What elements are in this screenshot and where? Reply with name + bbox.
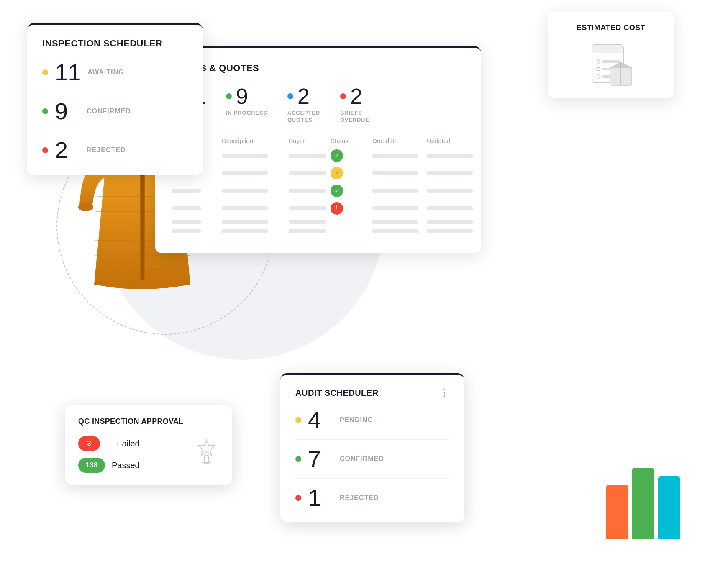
cell-bar <box>222 206 268 210</box>
cell-bar <box>289 171 326 175</box>
cell-bar <box>372 154 418 158</box>
accepted-quotes-dot <box>287 93 293 99</box>
cell-bar <box>289 189 326 193</box>
cell-bar <box>172 229 201 233</box>
svg-point-14 <box>78 203 93 211</box>
cell-bar <box>427 229 473 233</box>
confirmed-number: 9 <box>55 100 80 123</box>
svg-point-22 <box>597 75 600 78</box>
cell-bar <box>427 220 473 224</box>
table-header: Product Description Buyer Status Due dat… <box>172 137 464 144</box>
cell-bar <box>372 206 418 210</box>
audit-pending-label: PENDING <box>340 416 373 424</box>
rejected-label: REJECTED <box>87 146 126 154</box>
cell-bar <box>427 189 473 193</box>
cell-bar <box>222 229 268 233</box>
col-buyer: Buyer <box>289 137 331 144</box>
cell-bar <box>427 171 473 175</box>
accepted-quotes-stat: 2 ACCEPTEDQUOTES <box>287 85 320 124</box>
bar-orange <box>606 485 628 539</box>
status-green-icon: ✓ <box>331 149 343 162</box>
cell-bar <box>172 206 201 210</box>
inspection-scheduler-title: INSPECTION SCHEDULER <box>42 38 188 49</box>
svg-rect-29 <box>204 456 209 463</box>
col-description: Description <box>222 137 289 144</box>
col-status: Status <box>331 137 372 144</box>
bar-chart <box>606 468 680 539</box>
briefs-quotes-card: BRIEFS & QUOTES 11 ACTIVEBRIEFS 9 IN PRO… <box>155 46 481 253</box>
qc-inspection-card: QC INSPECTION APPROVAL 3 Failed 138 Pass… <box>65 405 232 485</box>
cell-bar <box>289 220 326 224</box>
audit-pending-row: 4 PENDING <box>295 408 449 440</box>
scene: INSPECTION SCHEDULER 11 AWAITING 9 CONFI… <box>0 0 728 564</box>
in-progress-stat: 9 IN PROGRESS <box>226 85 267 124</box>
cell-bar <box>289 229 326 233</box>
col-updated: Updated <box>427 137 473 144</box>
briefs-quotes-title: BRIEFS & QUOTES <box>172 63 464 74</box>
audit-pending-dot <box>295 417 301 423</box>
svg-marker-28 <box>198 440 215 456</box>
in-progress-dot <box>226 93 232 99</box>
qc-inspection-title: QC INSPECTION APPROVAL <box>78 417 219 426</box>
table-row: ✓ <box>172 185 464 197</box>
audit-rejected-dot <box>295 495 301 501</box>
table-row <box>172 220 464 224</box>
confirmed-label: CONFIRMED <box>87 108 131 115</box>
passed-label: Passed <box>112 461 140 470</box>
table-row: ! <box>172 202 464 215</box>
passed-badge: 138 <box>78 458 105 473</box>
svg-point-18 <box>597 60 600 63</box>
cell-bar <box>289 154 326 158</box>
awaiting-label: AWAITING <box>87 69 124 76</box>
cell-bar <box>222 220 268 224</box>
cell-bar <box>222 189 268 193</box>
table-row: ↑ <box>172 167 464 179</box>
failed-label: Failed <box>117 439 139 449</box>
inspection-scheduler-card: INSPECTION SCHEDULER 11 AWAITING 9 CONFI… <box>27 23 203 175</box>
cell-bar <box>172 220 201 224</box>
col-due-date: Due date <box>372 137 427 144</box>
passed-row: 138 Passed <box>78 458 140 473</box>
audit-confirmed-label: CONFIRMED <box>340 455 384 463</box>
bar-cyan <box>658 476 680 539</box>
failed-badge: 3 <box>78 436 100 451</box>
awaiting-row: 11 AWAITING <box>42 61 188 92</box>
audit-pending-number: 4 <box>308 408 333 432</box>
cell-bar <box>222 171 268 175</box>
cell-bar <box>172 189 201 193</box>
audit-confirmed-row: 7 CONFIRMED <box>295 447 449 479</box>
briefs-stats: 11 ACTIVEBRIEFS 9 IN PROGRESS 2 ACCEPTED… <box>172 85 464 124</box>
status-green-icon: ✓ <box>331 185 343 197</box>
awaiting-number: 11 <box>55 61 81 84</box>
accepted-quotes-label: ACCEPTEDQUOTES <box>287 110 320 124</box>
confirmed-dot <box>42 108 48 114</box>
audit-scheduler-title: AUDIT SCHEDULER <box>295 388 379 398</box>
cell-bar <box>372 220 418 224</box>
svg-rect-17 <box>592 45 623 53</box>
briefs-overdue-dot <box>340 93 346 99</box>
cell-bar <box>427 206 473 210</box>
cell-bar <box>222 154 268 158</box>
audit-rejected-row: 1 REJECTED <box>295 486 449 510</box>
audit-confirmed-number: 7 <box>308 447 333 471</box>
accepted-quotes-number: 2 <box>297 85 310 107</box>
cell-bar <box>372 229 418 233</box>
rejected-number: 2 <box>55 138 80 162</box>
audit-scheduler-card: AUDIT SCHEDULER ⋮ 4 PENDING 7 CONFIRMED … <box>280 373 464 522</box>
table-row: ✓ <box>172 149 464 162</box>
more-options-button[interactable]: ⋮ <box>440 387 449 398</box>
in-progress-number: 9 <box>236 85 248 107</box>
briefs-overdue-number: 2 <box>350 85 362 107</box>
in-progress-label: IN PROGRESS <box>226 110 267 117</box>
cell-bar <box>372 171 418 175</box>
audit-rejected-number: 1 <box>308 486 333 510</box>
awaiting-dot <box>42 69 48 75</box>
cell-bar <box>427 154 473 158</box>
status-yellow-icon: ↑ <box>331 167 343 179</box>
audit-rejected-label: REJECTED <box>340 494 379 502</box>
briefs-overdue-label: BRIEFSOVERDUE <box>340 110 369 124</box>
estimated-cost-title: ESTIMATED COST <box>561 23 660 32</box>
status-red-icon: ! <box>331 202 343 215</box>
audit-header: AUDIT SCHEDULER ⋮ <box>295 387 449 398</box>
failed-row: 3 Failed <box>78 436 140 451</box>
